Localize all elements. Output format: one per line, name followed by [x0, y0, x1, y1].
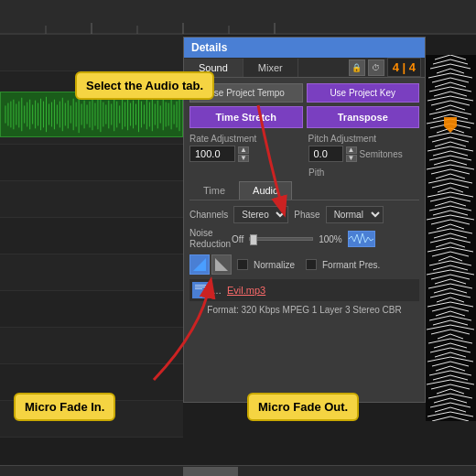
normalize-checkbox[interactable]	[237, 259, 248, 270]
right-waveform-panel	[426, 55, 476, 421]
semitones-label: Semitones	[360, 149, 403, 159]
file-row: … Evil.mp3	[189, 279, 419, 301]
transpose-button[interactable]: Transpose	[307, 106, 420, 128]
tab-mixer[interactable]: Mixer	[243, 59, 298, 77]
noise-off-label: Off	[232, 234, 243, 244]
pitch-adjustment-group: Pitch Adjustment ▲ ▼ Semitones	[308, 134, 420, 162]
pitch-value-input[interactable]	[308, 146, 343, 162]
controls-row: Normalize Formant Pres.	[189, 254, 419, 275]
top-ruler	[0, 0, 476, 35]
rate-adjustment-group: Rate Adjustment ▲ ▼	[189, 134, 301, 162]
time-stretch-button[interactable]: Time Stretch	[189, 106, 303, 128]
time-signature: 4 | 4	[387, 58, 421, 77]
noise-reduction-row: Noise Reduction Off 100%	[189, 228, 419, 250]
use-project-key-button[interactable]: Use Project Key	[307, 83, 420, 103]
details-title: Details	[191, 41, 227, 54]
rate-value-row: ▲ ▼	[189, 146, 301, 162]
fade-in-button[interactable]	[189, 254, 210, 275]
pitch-up-arrow[interactable]: ▲	[346, 146, 357, 154]
bottom-scrollbar[interactable]	[0, 465, 476, 476]
file-path-icon[interactable]: …	[212, 286, 222, 296]
lock-icon[interactable]: 🔒	[349, 60, 365, 76]
pitch-down-arrow[interactable]: ▼	[346, 155, 357, 162]
noise-slider-track[interactable]	[249, 237, 313, 241]
details-titlebar: Details	[184, 38, 425, 58]
annotation-micro-fade-in: Micro Fade In.	[14, 393, 115, 421]
adjustment-row: Rate Adjustment ▲ ▼ Pitch Adjustment ▲ ▼	[189, 134, 419, 162]
svg-marker-302	[193, 258, 206, 271]
rate-up-arrow[interactable]: ▲	[238, 146, 249, 154]
pitch-small-label: Pith	[308, 168, 419, 178]
normalize-label: Normalize	[254, 260, 295, 270]
file-name: Evil.mp3	[227, 285, 265, 296]
noise-reduction-label: Noise Reduction	[189, 228, 226, 250]
details-panel: Details Sound Mixer 🔒 ⏱ 4 | 4 Use Projec…	[183, 37, 426, 403]
rate-down-arrow[interactable]: ▼	[238, 155, 249, 162]
details-content: Use Project Tempo Use Project Key Time S…	[184, 78, 425, 320]
top-tabs-row: Sound Mixer 🔒 ⏱ 4 | 4	[184, 58, 425, 78]
formant-checkbox[interactable]	[306, 259, 317, 270]
channels-label: Channels	[189, 210, 228, 220]
scrollbar-thumb[interactable]	[183, 467, 238, 476]
tab-audio[interactable]: Audio	[239, 181, 292, 200]
fade-out-button[interactable]	[211, 254, 232, 275]
rate-adjustment-label: Rate Adjustment	[189, 134, 301, 144]
phase-label: Phase	[294, 210, 319, 220]
svg-rect-0	[0, 0, 476, 35]
rate-arrows: ▲ ▼	[238, 146, 249, 162]
rate-value-input[interactable]	[189, 146, 235, 162]
file-format: Format: 320 Kbps MPEG 1 Layer 3 Stereo C…	[189, 305, 419, 315]
waveform-display-icon	[348, 231, 375, 247]
tab-time[interactable]: Time	[189, 181, 239, 200]
stretch-transpose-row: Time Stretch Transpose	[189, 106, 419, 128]
svg-rect-307	[195, 288, 202, 289]
fade-buttons-group	[189, 254, 232, 275]
noise-pct-label: 100%	[319, 234, 342, 244]
formant-label: Formant Pres.	[322, 260, 380, 270]
pitch-arrows: ▲ ▼	[346, 146, 357, 162]
channels-select[interactable]: Stereo	[233, 206, 288, 223]
svg-rect-305	[195, 285, 206, 286]
pitch-adjustment-label: Pitch Adjustment	[308, 134, 420, 144]
svg-rect-306	[195, 287, 206, 287]
annotation-micro-fade-out: Micro Fade Out.	[247, 393, 359, 421]
phase-select[interactable]: Normal	[326, 206, 384, 223]
svg-marker-303	[215, 258, 228, 271]
sub-tabs: Time Audio	[189, 181, 419, 200]
file-icon	[192, 282, 209, 298]
tempo-key-row: Use Project Tempo Use Project Key	[189, 83, 419, 103]
clock-icon[interactable]: ⏱	[368, 60, 384, 76]
channels-row: Channels Stereo Phase Normal	[189, 206, 419, 223]
noise-slider-container	[249, 237, 313, 241]
pitch-value-row: ▲ ▼ Semitones	[308, 146, 420, 162]
annotation-select-audio-tab: Select the Audio tab.	[75, 71, 214, 100]
